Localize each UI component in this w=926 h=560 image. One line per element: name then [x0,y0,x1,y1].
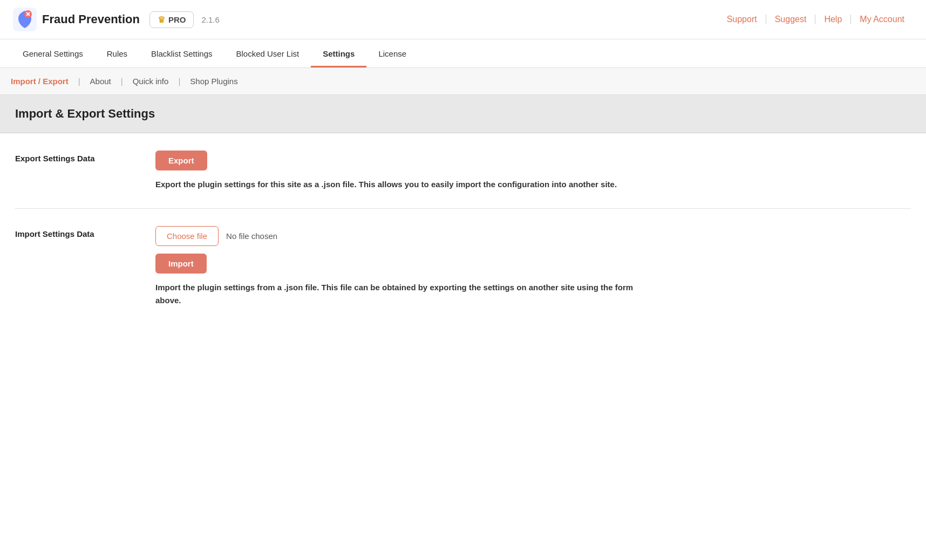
import-content: Choose file No file chosen Import Import… [155,226,911,307]
sub-tab-about[interactable]: About [90,77,121,86]
sub-nav-sep-2: | [121,77,123,86]
choose-file-button[interactable]: Choose file [155,226,219,246]
support-link[interactable]: Support [718,15,766,24]
export-settings-row: Export Settings Data Export Export the p… [15,133,911,209]
pro-badge: ♛ PRO [149,11,194,28]
main-nav: General Settings Rules Blacklist Setting… [0,39,926,68]
tab-blacklist-settings[interactable]: Blacklist Settings [139,39,224,67]
suggest-link[interactable]: Suggest [766,15,816,24]
import-description: Import the plugin settings from a .json … [155,281,641,307]
import-button[interactable]: Import [155,254,207,274]
header-nav: Support Suggest Help My Account [718,15,913,24]
sub-tab-import-export[interactable]: Import / Export [11,77,78,86]
version-label: 2.1.6 [201,15,219,24]
sub-tab-quick-info[interactable]: Quick info [133,77,179,86]
import-label: Import Settings Data [15,226,134,238]
my-account-link[interactable]: My Account [851,15,913,24]
tab-license[interactable]: License [366,39,418,67]
export-button[interactable]: Export [155,151,207,170]
header: Fraud Prevention ♛ PRO 2.1.6 Support Sug… [0,0,926,39]
file-name-label: No file chosen [226,231,277,241]
app-title: Fraud Prevention [42,12,140,26]
sub-tab-shop-plugins[interactable]: Shop Plugins [190,77,247,86]
tab-settings[interactable]: Settings [311,39,366,67]
logo-area: Fraud Prevention [13,8,140,31]
sub-nav-sep-3: | [178,77,180,86]
page-heading: Import & Export Settings [0,95,926,133]
import-settings-row: Import Settings Data Choose file No file… [15,209,911,324]
content-area: Export Settings Data Export Export the p… [0,133,926,324]
tab-blocked-user-list[interactable]: Blocked User List [224,39,311,67]
sub-nav: Import / Export | About | Quick info | S… [0,68,926,95]
tab-general-settings[interactable]: General Settings [11,39,95,67]
logo-icon [13,8,37,31]
export-description: Export the plugin settings for this site… [155,178,641,191]
tab-rules[interactable]: Rules [95,39,139,67]
export-content: Export Export the plugin settings for th… [155,151,911,191]
page-title: Import & Export Settings [15,107,911,121]
help-link[interactable]: Help [815,15,851,24]
crown-icon: ♛ [158,15,165,25]
file-input-row: Choose file No file chosen [155,226,911,246]
pro-label: PRO [168,15,186,24]
export-label: Export Settings Data [15,151,134,163]
sub-nav-sep-1: | [78,77,80,86]
